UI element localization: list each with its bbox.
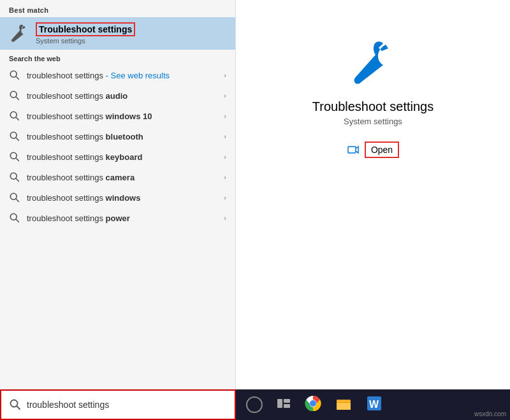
search-icon: [9, 69, 20, 81]
app-title: Troubleshoot settings: [312, 99, 433, 114]
search-result-bluetooth[interactable]: troubleshoot settings bluetooth›: [0, 126, 235, 147]
svg-rect-20: [284, 399, 290, 403]
chevron-right-icon: ›: [224, 173, 226, 181]
search-result-windows[interactable]: troubleshoot settings windows›: [0, 187, 235, 208]
svg-line-5: [16, 117, 18, 120]
svg-rect-27: [337, 402, 351, 403]
svg-line-1: [16, 76, 18, 79]
search-result-audio[interactable]: troubleshoot settings audio›: [0, 85, 235, 106]
taskbar-taskview-icon[interactable]: [277, 396, 291, 413]
svg-line-11: [16, 178, 18, 181]
search-icon: [9, 192, 20, 203]
result-text: troubleshoot settings windows 10: [27, 112, 221, 121]
svg-point-24: [310, 401, 316, 406]
svg-line-13: [16, 199, 18, 201]
chevron-right-icon: ›: [224, 194, 226, 201]
app-icon-large: [347, 38, 398, 89]
open-button-row: Open: [347, 141, 399, 158]
best-match-text: Troubleshoot settings System settings: [36, 22, 135, 45]
svg-text:W: W: [369, 399, 379, 410]
result-text: troubleshoot settings audio: [27, 91, 221, 101]
wrench-icon: [9, 24, 29, 44]
chevron-right-icon: ›: [224, 153, 226, 161]
best-match-title: Troubleshoot settings: [36, 22, 135, 36]
svg-point-12: [10, 193, 17, 199]
result-text: troubleshoot settings power: [27, 214, 221, 223]
taskbar-explorer-icon[interactable]: [335, 395, 352, 414]
result-text: troubleshoot settings windows: [27, 193, 221, 203]
taskbar-word-icon[interactable]: W: [366, 395, 382, 414]
svg-point-2: [10, 91, 17, 98]
search-result-keyboard[interactable]: troubleshoot settings keyboard›: [0, 147, 235, 167]
svg-point-0: [10, 71, 17, 77]
taskbar-chrome-icon[interactable]: [305, 395, 321, 414]
best-match-item[interactable]: Troubleshoot settings System settings: [0, 17, 235, 50]
search-web-label: Search the web: [0, 50, 235, 65]
svg-line-15: [16, 219, 18, 222]
search-result-windows10[interactable]: troubleshoot settings windows 10›: [0, 106, 235, 126]
svg-point-10: [10, 173, 17, 179]
search-bar[interactable]: [0, 389, 236, 420]
search-result-camera[interactable]: troubleshoot settings camera›: [0, 167, 235, 187]
search-icon: [9, 110, 20, 122]
best-match-subtitle: System settings: [36, 37, 135, 45]
svg-point-17: [11, 400, 18, 407]
svg-rect-21: [284, 404, 290, 408]
best-match-label: Best match: [0, 0, 235, 17]
search-icon: [9, 151, 20, 163]
svg-line-18: [17, 407, 20, 410]
left-panel: Best match Troubleshoot settings System …: [0, 0, 236, 389]
result-text: troubleshoot settings keyboard: [27, 152, 221, 162]
svg-point-8: [10, 152, 17, 159]
search-icon: [9, 131, 20, 142]
svg-point-4: [10, 112, 17, 118]
search-input[interactable]: [27, 400, 227, 410]
chevron-right-icon: ›: [224, 133, 226, 140]
right-panel: Troubleshoot settings System settings Op…: [236, 0, 510, 389]
chevron-right-icon: ›: [224, 71, 226, 79]
svg-point-6: [10, 132, 17, 138]
search-icon: [9, 398, 22, 411]
search-result-power[interactable]: troubleshoot settings power›: [0, 208, 235, 228]
result-text: troubleshoot settings camera: [27, 173, 221, 182]
svg-point-14: [10, 214, 17, 220]
search-results-list: troubleshoot settings - See web results›…: [0, 65, 235, 389]
watermark: wsxdn.com: [474, 410, 506, 417]
search-result-web-results[interactable]: troubleshoot settings - See web results›: [0, 65, 235, 85]
chevron-right-icon: ›: [224, 214, 226, 222]
svg-rect-19: [277, 399, 282, 408]
search-icon: [9, 90, 20, 101]
search-icon: [9, 212, 20, 224]
result-text: troubleshoot settings - See web results: [27, 71, 221, 80]
chevron-right-icon: ›: [224, 92, 226, 99]
svg-line-3: [16, 97, 18, 99]
best-match-section: Best match Troubleshoot settings System …: [0, 0, 235, 50]
result-text: troubleshoot settings bluetooth: [27, 132, 221, 141]
chevron-right-icon: ›: [224, 112, 226, 120]
svg-line-7: [16, 138, 18, 140]
search-icon: [9, 171, 20, 183]
open-icon: [347, 143, 360, 156]
open-button[interactable]: Open: [365, 141, 399, 158]
svg-rect-16: [348, 147, 356, 153]
svg-line-9: [16, 158, 18, 161]
app-subtitle: System settings: [344, 117, 402, 126]
taskbar-circle-icon[interactable]: [246, 396, 263, 413]
